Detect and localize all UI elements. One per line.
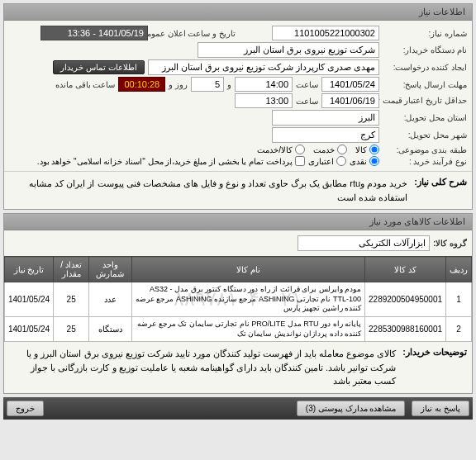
credit-note-checkbox[interactable] [295,156,305,166]
description-box: شرح کلی نیاز: خرید مودم وrtu مطابق یک بر… [4,172,472,209]
cell-qty: 25 [54,317,89,342]
radio-both-input[interactable] [295,145,305,154]
items-table: ردیف کد کالا نام کالا واحد شمارش تعداد /… [4,256,472,342]
th-unit: واحد شمارش [89,257,132,282]
category-radio-group: کالا خدمت کالا/خدمت [9,145,379,154]
cell-idx: 2 [446,317,472,342]
items-panel-title: اطلاعات کالاهای مورد نیاز [4,214,472,230]
cell-code: 2285300988160001 [365,317,446,342]
radio-cash-input[interactable] [369,156,379,166]
buyer-org-field: شرکت توزیع نیروی برق استان البرز [198,42,379,58]
remain-label: ساعت باقی مانده [55,80,116,89]
announce-field: 1401/05/19 - 13:36 [40,26,148,40]
remaining-time: 00:10:28 [118,77,165,92]
cell-date: 1401/05/24 [5,317,54,342]
radio-goods-input[interactable] [369,145,379,154]
need-number-label: شماره نیاز: [384,29,467,38]
credit-note-check[interactable]: پرداخت تمام یا بخشی از مبلغ خرید،از محل … [37,156,305,166]
cell-unit: دستگاه [89,317,132,342]
radio-both[interactable]: کالا/خدمت [257,145,305,154]
validity-label: حداقل تاریخ اعتبار قیمت تا تاریخ: [384,96,467,106]
radio-cash[interactable]: نقدی [350,156,379,166]
cell-name: مودم وایرلس برای قرائت از راه دور دستگاه… [131,282,364,317]
radio-service-input[interactable] [337,145,347,154]
cell-unit: عدد [89,282,132,317]
requester-field: مهدی صدری کارپرداز شرکت توزیع نیروی برق … [148,59,379,75]
buyer-org-label: نام دستگاه خریدار: [384,45,467,55]
city-label: شهر محل تحویل: [384,130,467,140]
radio-service[interactable]: خدمت [313,145,347,154]
radio-credit[interactable]: اعتباری [308,156,346,166]
province-label: استان محل تحویل: [384,113,467,122]
days-label: روز و [169,80,188,89]
group-label: گروه کالا: [433,239,467,248]
province-field: البرز [272,110,379,126]
process-label: نوع فرآیند خرید : [384,157,467,166]
contact-buyer-button[interactable]: اطلاعات تماس خریدار [53,60,145,74]
cell-code: 2289200504950001 [365,282,446,317]
attachments-button[interactable]: مشاهده مدارک پیوستی (3) [297,401,406,416]
cell-name: پایانه راه دور RTU مدل PRO/LITE نام تجار… [131,317,364,342]
deadline-time-field: 14:00 [235,77,293,92]
need-number-field: 1101005221000302 [272,26,379,40]
exit-button[interactable]: خروج [7,401,44,416]
cell-idx: 1 [446,282,472,317]
table-row[interactable]: 1 2289200504950001 مودم وایرلس برای قرائ… [5,282,472,317]
description-text: خرید مودم وrtu مطابق یک برگ حاوی تعداد و… [9,177,407,204]
time-label-2: ساعت [296,97,318,106]
radio-credit-input[interactable] [336,156,346,166]
reply-button[interactable]: پاسخ به نیاز [412,401,469,416]
th-name: نام کالا [131,257,364,282]
footer-bar: پاسخ به نیاز مشاهده مدارک پیوستی (3) خرو… [3,397,473,420]
validity-date-field: 1401/06/19 [321,93,379,108]
th-qty: تعداد / مقدار [54,257,89,282]
time-label-1: ساعت [296,80,318,89]
days-field: 5 [191,77,224,92]
need-info-panel: اطلاعات نیاز شماره نیاز: 110100522100030… [3,3,473,210]
requester-label: ایجاد کننده درخواست: [384,63,467,72]
th-row: ردیف [446,257,472,282]
buyer-notes-text: کالای موضوع معامله باید از فهرست تولید ک… [9,347,396,388]
th-code: کد کالا [365,257,446,282]
group-field: ابزارآلات الکتریکی [298,235,430,251]
table-row[interactable]: 2 2285300988160001 پایانه راه دور RTU مد… [5,317,472,342]
validity-time-field: 13:00 [235,93,293,108]
radio-goods[interactable]: کالا [355,145,379,154]
need-info-title: اطلاعات نیاز [4,4,472,21]
buyer-notes-label: توضیحات خریدار: [402,347,467,358]
cell-date: 1401/05/24 [5,282,54,317]
city-field: کرج [272,127,379,143]
deadline-label: مهلت ارسال پاسخ: [384,80,467,89]
announce-label: تاریخ و ساعت اعلان عمومی: [153,29,236,38]
deadline-date-field: 1401/05/24 [321,77,379,92]
th-date: تاریخ نیاز [5,257,54,282]
category-label: طبقه بندی موضوعی: [384,145,467,154]
cell-qty: 25 [54,282,89,317]
description-label: شرح کلی نیاز: [414,177,467,204]
and-label: و [227,80,231,89]
items-panel: اطلاعات کالاهای مورد نیاز گروه کالا: ابز… [3,213,473,394]
buyer-notes-box: توضیحات خریدار: کالای موضوع معامله باید … [4,342,472,393]
